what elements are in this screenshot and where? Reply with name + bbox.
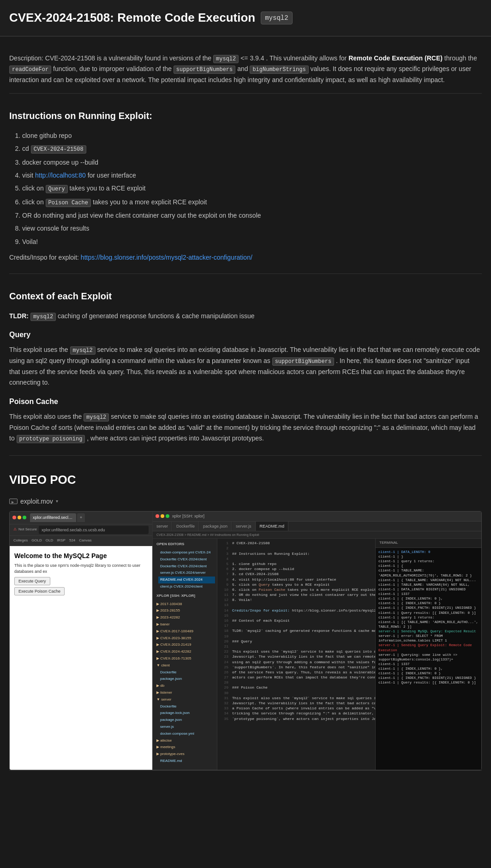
tree-listener[interactable]: ▶ listener [155, 690, 215, 696]
query-badge: Query [46, 185, 68, 193]
editor-panel: xplor [SSH: xplor] server Dockerfile pac… [153, 511, 481, 770]
code-line: 34tricking the service through recognizi… [217, 711, 375, 716]
editor-tab-dockerfile[interactable]: Dockerfile [173, 522, 199, 531]
minimize-dot [18, 516, 21, 519]
code-lines: 1# CVEX-2024-21508 2 3## Instructions on… [217, 541, 375, 721]
tree-atkcise[interactable]: ▶ atkcise [155, 737, 215, 744]
context-heading: Context of each Exploit [9, 289, 482, 303]
tree-docker-compose-root[interactable]: docker-compose.yml [158, 731, 215, 737]
tree-prototype-cves[interactable]: ▶ prototype-cves [155, 751, 215, 758]
browser-tab-new[interactable]: + [77, 513, 85, 522]
code-line: 24using an sql2 query through adding a c… [217, 660, 375, 665]
editor-window-title: xplor [SSH: xplor] [172, 513, 204, 519]
tree-readme[interactable]: README.md CVEX-2024 [158, 577, 215, 583]
tree-2023-42282[interactable]: ▶ 2023-42282 [155, 614, 215, 621]
outline-heading: OUTLINE TIMELINE [155, 768, 215, 770]
cvex-badge: CVEX-2024-21508 [31, 145, 86, 154]
code-line: 25`supportBigNumbers`. In here, this fea… [217, 665, 375, 670]
tree-client-package[interactable]: package.json [158, 676, 215, 683]
t-line: client-1 | DATA_LENGTH: 0 [378, 550, 479, 554]
editor-tabs-bar: server Dockerfile package.json server.js… [153, 522, 481, 531]
list-item: Voila! [22, 237, 482, 247]
nav-canvas: Canvas [79, 538, 91, 544]
nav-irsp: IRSP [57, 538, 66, 544]
code-line: 51. clone github repo [217, 561, 375, 566]
tree-db[interactable]: ▶ db [155, 683, 215, 690]
code-line: 95. click on Query takes you to a RCE ex… [217, 582, 375, 587]
t-line: client-1 | } [378, 554, 479, 559]
t-line: client-1 | Query results: [{ INDEX_LENGT… [378, 680, 479, 685]
browser-address-input[interactable]: xplor.unfiltered.seclab.cs.ucsb.edu [39, 526, 149, 534]
tree-cvex-2017[interactable]: ▶ CVEX-2017-100489 [155, 628, 215, 635]
poison-body: This exploit also uses the mysql2 servic… [9, 411, 482, 444]
supportbignumbers-badge: supportBigNumbers [174, 65, 235, 74]
tree-dockerfile-2[interactable]: Dockerfile CVEX-2024/client [158, 563, 215, 570]
tree-server-package[interactable]: package.json [158, 717, 215, 724]
tree-client[interactable]: ▼ client [155, 662, 215, 669]
t-line: client-1 | TABLE_NAME: VARCHAR(64) NOT N… [378, 583, 479, 587]
t-line: client-1 | { INDEX_LENGTH: 0 }, [378, 596, 479, 601]
code-line: 31This exploit also uses the `mysql2` se… [217, 696, 375, 701]
code-line: 23Javascript. The vulnerability lies in … [217, 654, 375, 659]
code-line: 4 [217, 556, 375, 561]
editor-tab-packagejson[interactable]: package.json [199, 522, 232, 531]
tree-server[interactable]: ▼ server [155, 696, 215, 703]
terminal-panel: TERMINAL client-1 | DATA_LENGTH: 0 clien… [375, 539, 481, 770]
tree-cvex-2016[interactable]: ▶ CVEX-2016-71305 [155, 655, 215, 662]
tree-meetings[interactable]: ▶ meetings [155, 744, 215, 751]
browser-tab-active[interactable]: xplor.unfiltered.seclab.cs.uc... [30, 513, 76, 522]
tree-readme-root[interactable]: README.md [158, 758, 215, 765]
query-body: This exploit uses the mysql2 service to … [9, 345, 482, 388]
tree-cvex-2023-38155[interactable]: ▶ CVEX-2023-38155 [155, 635, 215, 642]
editor-tab-serverjs[interactable]: server.js [232, 522, 256, 531]
nav-gold: GOLD [31, 538, 42, 544]
credits-line: Credits/Inspo for exploit: https://blog.… [9, 252, 482, 262]
tree-clientjs[interactable]: client.js CVEX-2024/client [158, 583, 215, 590]
code-line: 128. Voila! [217, 597, 375, 602]
editor-tab-server[interactable]: server [153, 522, 172, 531]
instructions-section: Instructions on Running Exploit: clone g… [9, 108, 482, 274]
t-line: client-1 | 1337 [378, 662, 479, 666]
tree-docker-compose[interactable]: docker-compose.yml CVEX-24 [158, 549, 215, 556]
localhost-link[interactable]: http://localhost:80 [35, 172, 86, 179]
execute-query-button[interactable]: Execute Query [14, 577, 50, 585]
security-warning: ⚠ [13, 527, 17, 533]
t-line: client-1 | TABLE_NAME: 'ADMIN_ROLE_AUTHO… [378, 568, 479, 577]
code-line: 2 [217, 546, 375, 551]
editor-body: OPEN EDITORS docker-compose.yml CVEX-24 … [153, 539, 481, 770]
tree-baner[interactable]: ▶ baner [155, 621, 215, 628]
editor-traffic-lights [156, 514, 169, 518]
editor-tab-readme[interactable]: README.md [256, 522, 289, 531]
tree-serverjs[interactable]: server.js CVEX-2024/server [158, 570, 215, 577]
open-editors-heading: OPEN EDITORS [155, 541, 215, 547]
t-line: client-1 | { INDEX_LENGTH: 0 } [378, 601, 479, 606]
t-line: client-1 | { INDEX_LENGTH: 0 } [378, 671, 479, 676]
tree-client-dockerfile[interactable]: Dockerfile [158, 669, 215, 676]
browser-page-text: This is the place to use npm's node-mysq… [14, 563, 148, 574]
code-line: 28 [217, 680, 375, 685]
t-line: server-1 | Querying: some line with => s… [378, 653, 479, 662]
poison-cache-heading: Poison Cache [9, 396, 482, 408]
browser-traffic-lights [12, 516, 26, 519]
execute-poison-cache-button[interactable]: Execute Poison Cache [14, 587, 65, 595]
tree-2023-28155[interactable]: ▶ 2023-28155 [155, 607, 215, 614]
tree-2017[interactable]: ▶ 2017-100438 [155, 601, 215, 608]
code-line: 27actors can perform RCEs that can impac… [217, 675, 375, 680]
tree-server-package-lock[interactable]: package-lock.json [158, 710, 215, 717]
terminal-content: client-1 | DATA_LENGTH: 0 client-1 | } c… [376, 548, 481, 770]
readcodefor-badge: readCodeFor [9, 65, 51, 74]
package-badge: mysql2 [261, 12, 292, 24]
credits-link[interactable]: https://blog.slonser.info/posts/mysql2-a… [81, 254, 252, 261]
tree-dockerfile-1[interactable]: Dockerfile CVEX-2024/client [158, 556, 215, 563]
video-poc-heading: VIDEO POC [9, 470, 482, 490]
code-line: 3## Instructions on Running Exploit: [217, 551, 375, 556]
browser-toolbar: xplor.unfiltered.seclab.cs.uc... + [10, 511, 152, 524]
code-line: 20### Query [217, 639, 375, 644]
list-item: visit http://localhost:80 for user inter… [22, 170, 482, 180]
tree-server-dockerfile[interactable]: Dockerfile [158, 703, 215, 710]
tree-cvex-2023-21419[interactable]: ▶ CVEX-2023-21419 [155, 642, 215, 648]
tree-cvex-2024-42282[interactable]: ▶ CVEX-2024-42282 [155, 648, 215, 655]
browser-tabs: xplor.unfiltered.seclab.cs.uc... + [30, 513, 85, 522]
tree-server-js[interactable]: server.js [158, 724, 215, 731]
page-title: CVEX-2024-21508: Remote Code Execution [9, 8, 255, 28]
